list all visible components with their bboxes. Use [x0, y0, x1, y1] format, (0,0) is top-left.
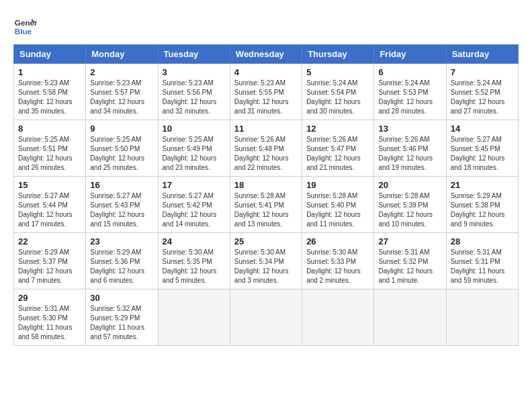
day-number: 1	[18, 67, 81, 77]
day-info: Sunrise: 5:27 AMSunset: 5:43 PMDaylight:…	[90, 191, 153, 229]
calendar-cell: 30Sunrise: 5:32 AMSunset: 5:29 PMDayligh…	[86, 289, 158, 346]
day-of-week-header: Sunday	[14, 45, 86, 64]
calendar-cell: 24Sunrise: 5:30 AMSunset: 5:35 PMDayligh…	[158, 233, 230, 289]
calendar-cell: 15Sunrise: 5:27 AMSunset: 5:44 PMDayligh…	[14, 177, 86, 233]
day-info: Sunrise: 5:23 AMSunset: 5:55 PMDaylight:…	[234, 79, 298, 116]
calendar-cell: 27Sunrise: 5:31 AMSunset: 5:32 PMDayligh…	[374, 233, 446, 289]
day-number: 13	[378, 124, 441, 134]
day-info: Sunrise: 5:23 AMSunset: 5:56 PMDaylight:…	[163, 79, 226, 116]
calendar-header-row: SundayMondayTuesdayWednesdayThursdayFrid…	[14, 45, 519, 64]
calendar-week-row: 1Sunrise: 5:23 AMSunset: 5:58 PMDaylight…	[14, 64, 519, 120]
calendar-week-row: 29Sunrise: 5:31 AMSunset: 5:30 PMDayligh…	[14, 289, 519, 346]
day-number: 26	[306, 236, 369, 246]
calendar-cell: 22Sunrise: 5:29 AMSunset: 5:37 PMDayligh…	[14, 233, 86, 289]
day-info: Sunrise: 5:25 AMSunset: 5:51 PMDaylight:…	[18, 135, 81, 173]
calendar-table: SundayMondayTuesdayWednesdayThursdayFrid…	[13, 44, 519, 346]
day-number: 28	[451, 236, 514, 246]
day-number: 19	[306, 180, 369, 190]
calendar-cell	[374, 289, 446, 346]
day-info: Sunrise: 5:28 AMSunset: 5:39 PMDaylight:…	[378, 191, 441, 229]
day-info: Sunrise: 5:27 AMSunset: 5:45 PMDaylight:…	[451, 135, 514, 173]
day-info: Sunrise: 5:28 AMSunset: 5:41 PMDaylight:…	[234, 191, 298, 229]
day-number: 17	[163, 180, 226, 190]
day-number: 2	[90, 67, 153, 77]
day-number: 20	[378, 180, 441, 190]
calendar-cell: 12Sunrise: 5:26 AMSunset: 5:47 PMDayligh…	[302, 120, 374, 177]
day-info: Sunrise: 5:24 AMSunset: 5:54 PMDaylight:…	[306, 79, 369, 116]
calendar-cell	[158, 289, 230, 346]
day-number: 16	[90, 180, 153, 190]
day-of-week-header: Monday	[86, 45, 158, 64]
calendar-cell: 14Sunrise: 5:27 AMSunset: 5:45 PMDayligh…	[446, 120, 518, 177]
day-number: 14	[451, 124, 514, 134]
calendar-cell: 5Sunrise: 5:24 AMSunset: 5:54 PMDaylight…	[302, 64, 374, 120]
calendar-cell: 10Sunrise: 5:25 AMSunset: 5:49 PMDayligh…	[158, 120, 230, 177]
day-of-week-header: Tuesday	[158, 45, 230, 64]
calendar-cell: 25Sunrise: 5:30 AMSunset: 5:34 PMDayligh…	[230, 233, 302, 289]
calendar-week-row: 8Sunrise: 5:25 AMSunset: 5:51 PMDaylight…	[14, 120, 519, 177]
day-info: Sunrise: 5:27 AMSunset: 5:44 PMDaylight:…	[18, 191, 81, 229]
day-number: 10	[163, 124, 226, 134]
day-number: 15	[18, 180, 81, 190]
logo-icon: General Blue	[13, 13, 38, 38]
day-number: 21	[451, 180, 514, 190]
day-of-week-header: Saturday	[446, 45, 518, 64]
calendar-cell: 11Sunrise: 5:26 AMSunset: 5:48 PMDayligh…	[230, 120, 302, 177]
day-number: 27	[378, 236, 441, 246]
day-info: Sunrise: 5:25 AMSunset: 5:50 PMDaylight:…	[90, 135, 153, 173]
day-number: 22	[18, 236, 81, 246]
day-number: 6	[378, 67, 441, 77]
calendar-body: 1Sunrise: 5:23 AMSunset: 5:58 PMDaylight…	[14, 64, 519, 346]
calendar-cell: 13Sunrise: 5:26 AMSunset: 5:46 PMDayligh…	[374, 120, 446, 177]
calendar-cell: 16Sunrise: 5:27 AMSunset: 5:43 PMDayligh…	[86, 177, 158, 233]
day-info: Sunrise: 5:24 AMSunset: 5:52 PMDaylight:…	[451, 79, 514, 116]
calendar-cell: 23Sunrise: 5:29 AMSunset: 5:36 PMDayligh…	[86, 233, 158, 289]
day-number: 12	[306, 124, 369, 134]
calendar-cell: 8Sunrise: 5:25 AMSunset: 5:51 PMDaylight…	[14, 120, 86, 177]
day-info: Sunrise: 5:31 AMSunset: 5:30 PMDaylight:…	[18, 304, 81, 342]
calendar-cell: 7Sunrise: 5:24 AMSunset: 5:52 PMDaylight…	[446, 64, 518, 120]
day-info: Sunrise: 5:29 AMSunset: 5:37 PMDaylight:…	[18, 248, 81, 285]
calendar-cell: 3Sunrise: 5:23 AMSunset: 5:56 PMDaylight…	[158, 64, 230, 120]
day-info: Sunrise: 5:23 AMSunset: 5:58 PMDaylight:…	[18, 79, 81, 116]
day-number: 24	[163, 236, 226, 246]
calendar-cell: 29Sunrise: 5:31 AMSunset: 5:30 PMDayligh…	[14, 289, 86, 346]
day-info: Sunrise: 5:30 AMSunset: 5:34 PMDaylight:…	[234, 248, 298, 285]
day-of-week-header: Wednesday	[230, 45, 302, 64]
calendar-week-row: 15Sunrise: 5:27 AMSunset: 5:44 PMDayligh…	[14, 177, 519, 233]
calendar-cell: 17Sunrise: 5:27 AMSunset: 5:42 PMDayligh…	[158, 177, 230, 233]
calendar-cell: 19Sunrise: 5:28 AMSunset: 5:40 PMDayligh…	[302, 177, 374, 233]
calendar-cell	[446, 289, 518, 346]
day-number: 18	[234, 180, 298, 190]
day-number: 8	[18, 124, 81, 134]
day-info: Sunrise: 5:23 AMSunset: 5:57 PMDaylight:…	[90, 79, 153, 116]
day-info: Sunrise: 5:26 AMSunset: 5:47 PMDaylight:…	[306, 135, 369, 173]
day-number: 4	[234, 67, 298, 77]
day-of-week-header: Friday	[374, 45, 446, 64]
calendar-cell: 18Sunrise: 5:28 AMSunset: 5:41 PMDayligh…	[230, 177, 302, 233]
day-info: Sunrise: 5:28 AMSunset: 5:40 PMDaylight:…	[306, 191, 369, 229]
calendar-cell: 26Sunrise: 5:30 AMSunset: 5:33 PMDayligh…	[302, 233, 374, 289]
day-info: Sunrise: 5:29 AMSunset: 5:38 PMDaylight:…	[451, 191, 514, 229]
day-number: 3	[163, 67, 226, 77]
logo: General Blue	[13, 13, 38, 38]
day-info: Sunrise: 5:24 AMSunset: 5:53 PMDaylight:…	[378, 79, 441, 116]
calendar-cell: 2Sunrise: 5:23 AMSunset: 5:57 PMDaylight…	[86, 64, 158, 120]
day-info: Sunrise: 5:26 AMSunset: 5:46 PMDaylight:…	[378, 135, 441, 173]
day-info: Sunrise: 5:31 AMSunset: 5:32 PMDaylight:…	[378, 248, 441, 285]
day-info: Sunrise: 5:26 AMSunset: 5:48 PMDaylight:…	[234, 135, 298, 173]
day-of-week-header: Thursday	[302, 45, 374, 64]
day-number: 5	[306, 67, 369, 77]
day-number: 29	[18, 293, 81, 303]
day-number: 25	[234, 236, 298, 246]
calendar-cell: 4Sunrise: 5:23 AMSunset: 5:55 PMDaylight…	[230, 64, 302, 120]
calendar-week-row: 22Sunrise: 5:29 AMSunset: 5:37 PMDayligh…	[14, 233, 519, 289]
day-info: Sunrise: 5:30 AMSunset: 5:35 PMDaylight:…	[163, 248, 226, 285]
calendar-cell: 21Sunrise: 5:29 AMSunset: 5:38 PMDayligh…	[446, 177, 518, 233]
calendar-cell	[302, 289, 374, 346]
day-info: Sunrise: 5:31 AMSunset: 5:31 PMDaylight:…	[451, 248, 514, 285]
day-number: 9	[90, 124, 153, 134]
calendar-cell: 6Sunrise: 5:24 AMSunset: 5:53 PMDaylight…	[374, 64, 446, 120]
day-info: Sunrise: 5:27 AMSunset: 5:42 PMDaylight:…	[163, 191, 226, 229]
day-info: Sunrise: 5:30 AMSunset: 5:33 PMDaylight:…	[306, 248, 369, 285]
